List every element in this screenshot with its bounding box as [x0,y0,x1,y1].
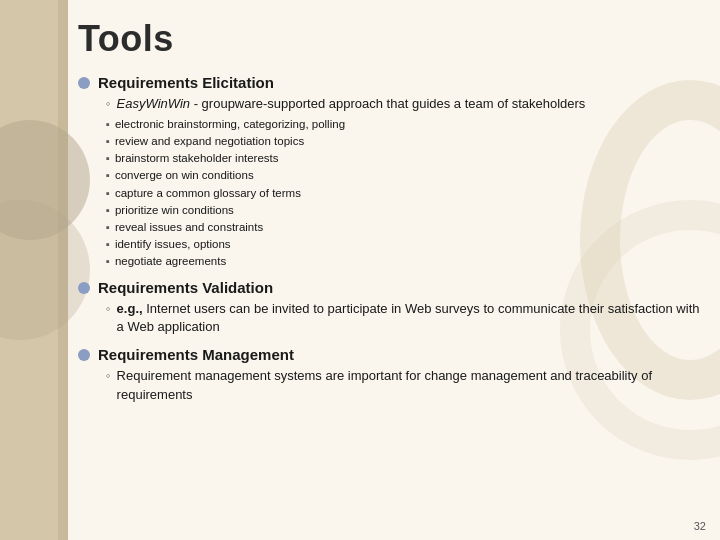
section-header-validation: Requirements Validation [78,279,702,296]
sub-sub-item-2: ▪ brainstorm stakeholder interests [106,150,702,166]
section-header-management: Requirements Management [78,346,702,363]
sub-bullet-validation: ◦ [106,301,111,317]
sub-sub-item-3: ▪ converge on win conditions [106,167,702,183]
bullet-circle-elicitation [78,77,90,89]
sub-sub-text-6: reveal issues and constraints [115,219,263,235]
sub-item-validation: ◦ e.g., Internet users can be invited to… [106,300,702,336]
sub-text-management: Requirement management systems are impor… [117,367,702,403]
sub-sub-item-4: ▪ capture a common glossary of terms [106,185,702,201]
section-req-elicitation: Requirements Elicitation ◦ EasyWinWin - … [78,74,702,269]
section-req-management: Requirements Management ◦ Requirement ma… [78,346,702,403]
sub-sub-bullet-4: ▪ [106,187,110,199]
sub-sub-bullet-7: ▪ [106,238,110,250]
sub-sub-bullet-8: ▪ [106,255,110,267]
sub-sub-text-5: prioritize win conditions [115,202,234,218]
slide-title: Tools [78,18,702,60]
page-number: 32 [694,520,706,532]
sub-sub-bullet-5: ▪ [106,204,110,216]
sub-text-validation: e.g., Internet users can be invited to p… [117,300,702,336]
section-req-validation: Requirements Validation ◦ e.g., Internet… [78,279,702,336]
left-bar-circle-2 [0,200,90,340]
sub-sub-bullet-2: ▪ [106,152,110,164]
slide-content: Tools Requirements Elicitation ◦ EasyWin… [78,18,702,510]
sub-sub-bullet-3: ▪ [106,169,110,181]
section-title-validation: Requirements Validation [98,279,273,296]
sub-sub-item-1: ▪ review and expand negotiation topics [106,133,702,149]
sub-bullet-easwinwin: ◦ [106,96,111,112]
sub-sub-item-5: ▪ prioritize win conditions [106,202,702,218]
section-title-elicitation: Requirements Elicitation [98,74,274,91]
sub-sub-bullet-1: ▪ [106,135,110,147]
sub-sub-text-4: capture a common glossary of terms [115,185,301,201]
bullet-circle-validation [78,282,90,294]
sub-sub-item-8: ▪ negotiate agreements [106,253,702,269]
sub-sub-text-0: electronic brainstorming, categorizing, … [115,116,345,132]
sub-sub-text-3: converge on win conditions [115,167,254,183]
sub-sub-list-easwinwin: ▪ electronic brainstorming, categorizing… [106,116,702,269]
sub-bullet-management: ◦ [106,368,111,384]
sub-sub-text-8: negotiate agreements [115,253,226,269]
section-header-elicitation: Requirements Elicitation [78,74,702,91]
sub-text-easwinwin: EasyWinWin - groupware-supported approac… [117,95,586,113]
slide-container: Tools Requirements Elicitation ◦ EasyWin… [0,0,720,540]
sub-sub-text-7: identify issues, options [115,236,231,252]
sub-sub-text-2: brainstorm stakeholder interests [115,150,279,166]
sub-item-easwinwin: ◦ EasyWinWin - groupware-supported appro… [106,95,702,113]
sub-sub-item-6: ▪ reveal issues and constraints [106,219,702,235]
sub-sub-bullet-6: ▪ [106,221,110,233]
sub-sub-bullet-0: ▪ [106,118,110,130]
sub-sub-item-0: ▪ electronic brainstorming, categorizing… [106,116,702,132]
sub-sub-text-1: review and expand negotiation topics [115,133,304,149]
section-title-management: Requirements Management [98,346,294,363]
sub-item-management: ◦ Requirement management systems are imp… [106,367,702,403]
bullet-circle-management [78,349,90,361]
sub-sub-item-7: ▪ identify issues, options [106,236,702,252]
